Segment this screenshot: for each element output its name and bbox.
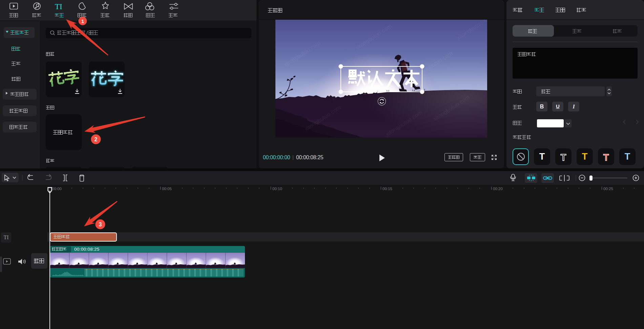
svg-text:1: 1	[81, 18, 84, 24]
svg-text:3: 3	[99, 222, 102, 227]
svg-text:2: 2	[95, 137, 98, 142]
